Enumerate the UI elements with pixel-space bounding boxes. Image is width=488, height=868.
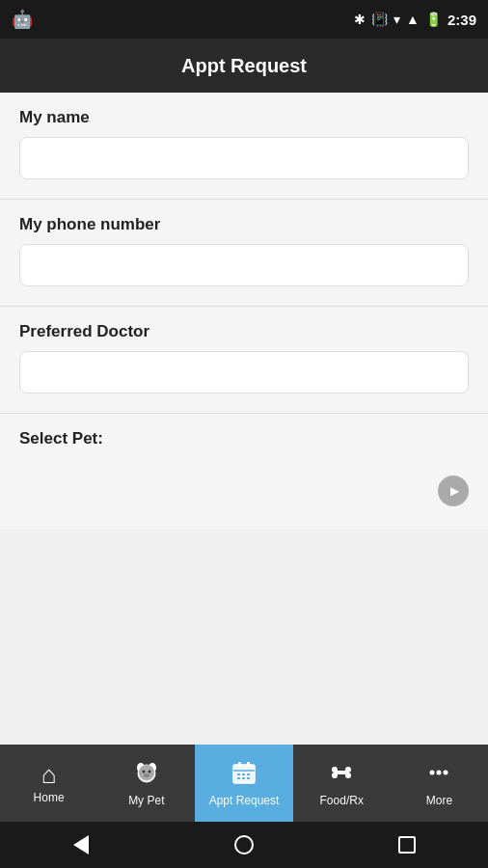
nav-label-apptrequest: Appt Request	[209, 794, 280, 807]
food-icon	[328, 759, 355, 790]
system-nav-bar	[0, 822, 488, 868]
phone-section: My phone number	[0, 200, 488, 307]
nav-label-home: Home	[34, 791, 65, 804]
svg-rect-17	[242, 777, 245, 779]
svg-rect-18	[247, 777, 250, 779]
more-icon	[425, 759, 452, 790]
status-bar: 🤖 ✱ 📳 ▾ ▲ 🔋 2:39	[0, 0, 488, 39]
select-pet-section: Select Pet:	[0, 414, 488, 529]
svg-point-4	[139, 765, 154, 780]
nav-item-foodrx[interactable]: Food/Rx	[293, 745, 391, 822]
wifi-icon: ▾	[393, 12, 400, 27]
status-time: 2:39	[447, 12, 476, 28]
doctor-input[interactable]	[19, 351, 469, 393]
home-icon: ⌂	[41, 762, 57, 787]
svg-rect-16	[237, 777, 240, 779]
nav-label-mypet: My Pet	[128, 794, 164, 807]
back-button[interactable]	[66, 829, 96, 860]
back-icon	[73, 835, 89, 854]
svg-point-20	[332, 767, 338, 773]
nav-item-mypet[interactable]: My Pet	[97, 745, 195, 822]
name-section: My name	[0, 93, 488, 200]
status-bar-left: 🤖	[12, 9, 33, 30]
svg-rect-15	[247, 773, 250, 775]
bluetooth-icon: ✱	[354, 12, 366, 27]
nav-label-foodrx: Food/Rx	[320, 794, 364, 807]
doctor-label: Preferred Doctor	[19, 322, 469, 341]
svg-rect-13	[237, 773, 240, 775]
name-input[interactable]	[19, 137, 469, 179]
doctor-section: Preferred Doctor	[0, 307, 488, 414]
svg-rect-11	[238, 762, 241, 767]
svg-point-24	[430, 771, 435, 775]
bottom-nav: ⌂ Home My Pet	[0, 745, 488, 822]
nav-item-more[interactable]: More	[391, 745, 488, 822]
main-content: My name My phone number Preferred Doctor…	[0, 93, 488, 745]
battery-icon: 🔋	[425, 12, 442, 27]
svg-point-21	[332, 773, 338, 778]
app-bar-title: Appt Request	[181, 55, 307, 77]
recent-icon	[398, 836, 416, 854]
svg-rect-14	[242, 773, 245, 775]
svg-point-7	[144, 773, 149, 777]
svg-point-23	[345, 773, 351, 778]
calendar-icon	[230, 759, 258, 790]
nav-item-home[interactable]: ⌂ Home	[0, 745, 97, 822]
svg-point-25	[437, 771, 442, 775]
nav-item-apptrequest[interactable]: Appt Request	[195, 745, 292, 822]
phone-label: My phone number	[19, 215, 469, 234]
vibrate-icon: 📳	[371, 12, 388, 27]
next-arrow-button[interactable]	[438, 475, 469, 506]
pet-icon	[133, 759, 160, 790]
recent-button[interactable]	[392, 829, 422, 860]
home-icon	[234, 835, 254, 854]
svg-point-5	[142, 771, 145, 773]
home-button[interactable]	[229, 829, 259, 860]
status-bar-right: ✱ 📳 ▾ ▲ 🔋 2:39	[354, 12, 476, 28]
signal-icon: ▲	[406, 12, 420, 27]
app-bar: Appt Request	[0, 39, 488, 93]
phone-input[interactable]	[19, 244, 469, 286]
svg-point-26	[444, 771, 448, 775]
nav-label-more: More	[426, 794, 452, 807]
svg-point-6	[148, 771, 150, 773]
name-label: My name	[19, 108, 469, 127]
select-pet-label: Select Pet:	[19, 429, 469, 448]
svg-point-22	[345, 767, 351, 773]
svg-rect-12	[247, 762, 250, 767]
android-icon: 🤖	[12, 9, 33, 30]
